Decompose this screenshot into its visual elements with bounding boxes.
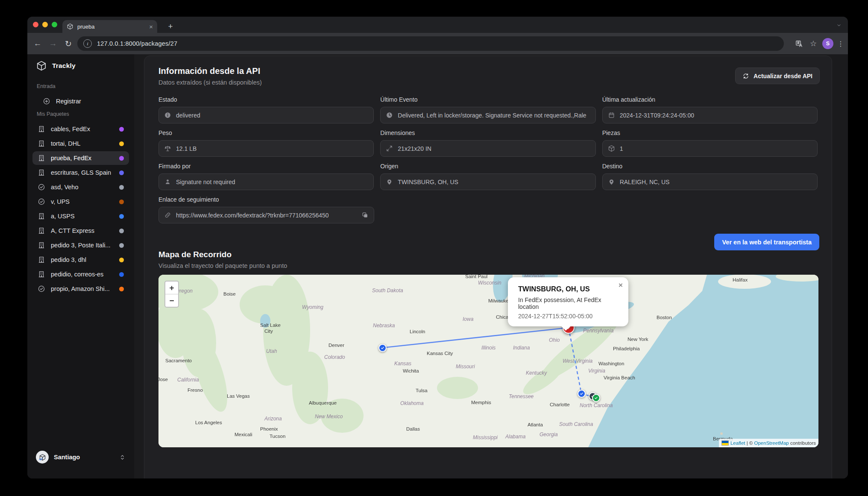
map-pin-icon — [608, 178, 615, 185]
status-dot — [119, 127, 124, 132]
check-circle-icon — [38, 198, 45, 205]
avatar-check-icon — [38, 457, 43, 461]
zoom-out-button[interactable]: − — [165, 294, 178, 307]
sidebar-item-registrar[interactable]: Registrar — [32, 94, 129, 108]
browser-menu-icon[interactable]: ⋮ — [837, 40, 845, 48]
tab-close-icon[interactable]: × — [149, 23, 153, 30]
field-firmado-por: Firmado por Signature not required — [158, 163, 374, 190]
translate-icon[interactable] — [793, 40, 804, 48]
forward-button[interactable]: → — [45, 39, 61, 48]
status-dot — [119, 214, 124, 219]
status-dot — [119, 141, 124, 146]
browser-toolbar: ← → ↻ i 127.0.0.1:8000/packages/27 ☆ S ⋮ — [27, 33, 848, 54]
carrier-website-button[interactable]: Ver en la web del transportista — [714, 234, 819, 250]
register-plus-icon — [43, 97, 50, 105]
package-label: prueba, FedEx — [51, 155, 115, 161]
route-marker-raleigh-green[interactable] — [592, 394, 600, 402]
user-name: Santiago — [54, 454, 119, 461]
profile-avatar[interactable]: S — [822, 38, 833, 49]
zoom-in-button[interactable]: + — [165, 282, 178, 294]
leaflet-link[interactable]: Leaflet — [730, 440, 745, 446]
dimensions-icon — [386, 145, 393, 152]
check-circle-icon — [38, 183, 45, 191]
map-section-subtitle: Visualiza el trayecto del paquete punto … — [158, 262, 818, 269]
app-root: Trackly Entrada Registrar Mis Paquetes c… — [27, 54, 848, 478]
tracking-link[interactable]: https://www.fedex.com/fedextrack/?trknbr… — [176, 212, 357, 219]
brand-package-icon — [36, 60, 47, 71]
field-label: Último Evento — [380, 96, 595, 103]
status-dot — [119, 243, 124, 248]
sidebar-item-package[interactable]: propio, Amazon Shi... — [32, 282, 129, 296]
registrar-label: Registrar — [56, 98, 81, 105]
package-label: propio, Amazon Shi... — [51, 285, 115, 292]
package-label: pedido 3, dhl — [51, 256, 115, 263]
package-label: asd, Veho — [51, 184, 115, 191]
sidebar-item-package[interactable]: cables, FedEx — [32, 122, 129, 136]
building-icon — [38, 270, 45, 278]
sidebar-item-package[interactable]: A, CTT Express — [32, 224, 129, 238]
check-circle-icon — [38, 285, 45, 293]
openstreetmap-link[interactable]: OpenStreetMap — [754, 440, 789, 446]
field-label: Enlace de seguimiento — [158, 196, 374, 203]
window-controls[interactable] — [33, 22, 57, 27]
api-section-title: Información desde la API — [158, 66, 818, 76]
refresh-from-api-button[interactable]: Actualizar desde API — [735, 68, 820, 84]
field-label: Origen — [380, 163, 595, 170]
package-label: a, USPS — [51, 213, 115, 220]
popup-close-icon[interactable]: × — [619, 281, 623, 290]
bookmark-star-icon[interactable]: ☆ — [808, 39, 819, 48]
field-value-box: TWINSBURG, OH, US — [380, 173, 595, 190]
browser-tab[interactable]: prueba × — [62, 20, 157, 33]
sidebar-item-package[interactable]: asd, Veho — [32, 180, 129, 194]
site-info-icon[interactable]: i — [83, 39, 92, 48]
new-tab-button[interactable]: + — [165, 21, 176, 32]
status-dot — [119, 156, 124, 161]
route-marker-denver[interactable] — [378, 344, 387, 352]
status-dot — [119, 229, 124, 233]
map-section-title: Mapa de Recorrido — [158, 250, 818, 259]
status-dot — [119, 272, 124, 277]
address-bar[interactable]: i 127.0.0.1:8000/packages/27 — [77, 36, 784, 51]
copy-icon[interactable] — [361, 211, 369, 219]
api-fields-grid: Estado delivered Último Evento Delivered… — [158, 96, 818, 190]
popup-title: TWINSBURG, OH, US — [518, 285, 618, 293]
sidebar-item-package[interactable]: escrituras, GLS Spain — [32, 166, 129, 179]
sidebar-item-package[interactable]: tortai, DHL — [32, 137, 129, 150]
sidebar-item-package[interactable]: pedido 3, Poste Itali... — [32, 238, 129, 252]
brand-name: Trackly — [52, 62, 76, 70]
field-label: Peso — [158, 129, 374, 136]
user-icon — [164, 178, 171, 185]
field-peso: Peso 12.1 LB — [158, 129, 374, 157]
back-button[interactable]: ← — [30, 39, 45, 48]
tracking-link-box[interactable]: https://www.fedex.com/fedextrack/?trknbr… — [158, 207, 374, 223]
field-value-box: 2024-12-31T09:24:24-05:00 — [602, 107, 818, 123]
route-marker-raleigh-blue[interactable] — [578, 390, 586, 398]
field-value-box: delivered — [158, 107, 374, 123]
browser-window: prueba × + ← → ↻ i 127.0.0.1:8000/packag… — [27, 17, 848, 478]
field-destino: Destino RALEIGH, NC, US — [602, 163, 818, 190]
sidebar-item-package[interactable]: pedido 3, dhl — [32, 253, 129, 267]
user-menu[interactable]: Santiago — [32, 448, 129, 467]
minimize-window-button[interactable] — [42, 22, 48, 27]
field-label: Firmado por — [158, 163, 374, 170]
field-estado: Estado delivered — [158, 96, 374, 123]
reload-button[interactable]: ↻ — [61, 39, 76, 49]
sidebar-item-package[interactable]: pedidio, correos-es — [32, 267, 129, 281]
user-avatar — [36, 451, 49, 464]
tab-search-chevron-icon[interactable] — [836, 22, 842, 28]
field-piezas: Piezas 1 — [602, 129, 818, 157]
field-label: Estado — [158, 96, 374, 103]
tab-strip: prueba × + — [27, 17, 848, 33]
route-map[interactable]: Saint PaulWisconsinMichiganSouth DakotaM… — [158, 275, 818, 447]
url-text[interactable]: 127.0.0.1:8000/packages/27 — [97, 40, 177, 47]
map-popup: TWINSBURG, OH, US In FedEx possession, A… — [508, 277, 628, 326]
field-origen: Origen TWINSBURG, OH, US — [380, 163, 595, 190]
sidebar-item-package[interactable]: prueba, FedEx — [32, 151, 129, 165]
sidebar-item-package[interactable]: v, UPS — [32, 195, 129, 208]
sidebar-item-package[interactable]: a, USPS — [32, 209, 129, 223]
zoom-window-button[interactable] — [52, 22, 57, 27]
close-window-button[interactable] — [33, 22, 38, 27]
package-label: escrituras, GLS Spain — [51, 169, 115, 176]
info-icon — [164, 112, 171, 119]
section-label-entrada: Entrada — [37, 83, 56, 89]
